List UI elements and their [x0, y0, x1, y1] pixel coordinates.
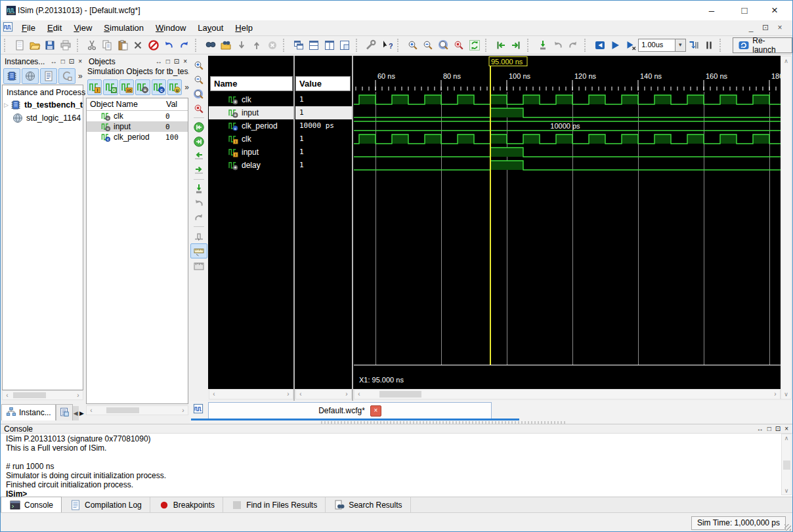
- tile-horizontal-button[interactable]: [306, 37, 321, 53]
- snap-to-transition-button[interactable]: [191, 229, 207, 243]
- console-vscrollbar[interactable]: ∧ ∨: [781, 434, 792, 495]
- float-icon[interactable]: ↔: [755, 425, 765, 432]
- goto-next-button[interactable]: [509, 37, 524, 53]
- tab-default-wcfg[interactable]: Default.wcfg* ×: [208, 402, 492, 419]
- name-value-splitter[interactable]: [293, 56, 295, 401]
- previous-marker-button[interactable]: [191, 196, 207, 210]
- object-row-clk_period[interactable]: cclk_period100: [87, 132, 188, 142]
- add-marker-button[interactable]: [191, 182, 207, 195]
- goto-time-zero-button[interactable]: [191, 120, 207, 134]
- maximize-panel-icon[interactable]: □: [164, 58, 172, 65]
- wave-signal-row-delay[interactable]: +delay: [209, 159, 293, 172]
- wave-hscrollbar[interactable]: ‹›: [354, 389, 781, 399]
- objects-table[interactable]: Object Name Val +clk0+input0cclk_period1…: [86, 98, 188, 404]
- copy-button[interactable]: [100, 37, 115, 53]
- zoom-in-button[interactable]: [191, 58, 207, 72]
- mdi-restore-button[interactable]: ⊡: [758, 22, 773, 35]
- measure-ruler-button[interactable]: [191, 259, 207, 273]
- restart-button[interactable]: [592, 37, 607, 53]
- port-inout-filter-button[interactable]: I/O: [119, 79, 134, 95]
- wave-signal-value-clk_period[interactable]: 10000 ps: [295, 119, 352, 133]
- instances-hscrollbar[interactable]: ‹›: [2, 390, 83, 400]
- open-file-button[interactable]: [27, 37, 42, 53]
- wave-signal-row-clk[interactable]: +clk: [209, 93, 293, 106]
- new-file-button[interactable]: [12, 37, 27, 53]
- instance-item-tb_testbench_t[interactable]: ▷tb_testbench_t: [3, 98, 83, 112]
- save-button[interactable]: [43, 37, 58, 53]
- clear-find-button[interactable]: [265, 37, 280, 53]
- prev-transition-button[interactable]: [191, 149, 207, 163]
- value-hscrollbar[interactable]: ‹›: [295, 389, 352, 399]
- wave-signal-row-clk[interactable]: Iclk: [209, 133, 293, 146]
- find-button[interactable]: [203, 37, 218, 53]
- run-time-input[interactable]: 1.00us: [638, 39, 675, 52]
- instances-panel-header[interactable]: Instances... ↔ □ ⊡ ×: [1, 56, 84, 67]
- objects-hscrollbar[interactable]: ‹›: [86, 405, 188, 415]
- console-output[interactable]: ISim P.20131013 (signature 0x77081090)Th…: [1, 433, 793, 497]
- menu-window[interactable]: Window: [150, 21, 192, 35]
- menu-help[interactable]: Help: [229, 21, 259, 35]
- wave-signal-row-input[interactable]: Iinput: [209, 146, 293, 159]
- maximize-panel-icon[interactable]: □: [765, 425, 773, 432]
- arrange-windows-button[interactable]: [337, 37, 352, 53]
- bottom-tab-search-results[interactable]: Search Results: [326, 497, 410, 512]
- name-hscrollbar[interactable]: ‹›: [209, 389, 293, 399]
- minimize-button[interactable]: –: [697, 1, 727, 20]
- redo-button[interactable]: [177, 37, 192, 53]
- objects-panel-header[interactable]: Objects ↔ □ ⊡ ×: [85, 56, 189, 67]
- menu-view[interactable]: View: [68, 21, 98, 35]
- cascade-windows-button[interactable]: [291, 37, 306, 53]
- expander-icon[interactable]: ▷: [3, 102, 10, 108]
- tile-vertical-button[interactable]: [322, 37, 337, 53]
- console-panel-header[interactable]: Console ↔ □ ⊡ ×: [1, 424, 793, 433]
- close-panel-icon[interactable]: ×: [782, 425, 793, 432]
- port-input-filter-button[interactable]: I: [87, 79, 102, 95]
- float-icon[interactable]: ↔: [49, 58, 59, 65]
- bottom-tab-find-in-files-results[interactable]: Find in Files Results: [223, 497, 326, 512]
- zoom-cursor-button[interactable]: [452, 37, 467, 53]
- next-transition-button[interactable]: [191, 163, 207, 177]
- delete-button[interactable]: [131, 37, 146, 53]
- objects-col-name[interactable]: Object Name: [87, 98, 166, 110]
- wave-name-header[interactable]: Name: [210, 76, 293, 91]
- resize-grip[interactable]: [784, 524, 791, 531]
- tab-scroll-left[interactable]: ◀: [73, 406, 79, 420]
- bottom-tab-breakpoints[interactable]: Breakpoints: [150, 497, 223, 512]
- zoom-out-button[interactable]: [421, 37, 436, 53]
- object-row-clk[interactable]: +clk0: [87, 111, 188, 121]
- tab-memory[interactable]: [56, 404, 73, 420]
- signal-internal-filter-button[interactable]: +: [135, 79, 150, 95]
- maximize-panel-icon[interactable]: □: [59, 58, 67, 65]
- port-output-filter-button[interactable]: O: [103, 79, 118, 95]
- reload-button[interactable]: [467, 37, 482, 53]
- restore-panel-icon[interactable]: ⊡: [67, 58, 76, 65]
- restore-panel-icon[interactable]: ⊡: [172, 58, 181, 65]
- close-panel-icon[interactable]: ×: [181, 58, 189, 65]
- maximize-button[interactable]: □: [729, 1, 760, 20]
- previous-marker-button[interactable]: [550, 37, 565, 53]
- instances-tree[interactable]: Instance and Process ▷tb_testbench_tstd_…: [2, 85, 83, 390]
- toolbar-overflow-icon[interactable]: »: [184, 83, 189, 92]
- no-entry-button[interactable]: [146, 37, 161, 53]
- paste-button[interactable]: [115, 37, 130, 53]
- waveform-document-icon[interactable]: [3, 22, 13, 34]
- print-button[interactable]: [58, 37, 73, 53]
- menu-layout[interactable]: Layout: [192, 21, 229, 35]
- zoom-cursor-button[interactable]: [191, 102, 207, 115]
- wave-signal-value-delay[interactable]: 1: [295, 159, 352, 172]
- goto-previous-button[interactable]: [493, 37, 508, 53]
- restore-panel-icon[interactable]: ⊡: [773, 425, 782, 432]
- find-next-button[interactable]: [234, 37, 249, 53]
- float-icon[interactable]: ↔: [154, 58, 164, 65]
- undo-button[interactable]: [161, 37, 176, 53]
- step-button[interactable]: [686, 37, 701, 53]
- bottom-tab-compilation-log[interactable]: Compilation Log: [62, 497, 150, 512]
- waveform-canvas[interactable]: 60 ns80 ns100 ns120 ns140 ns160 ns180100…: [354, 56, 781, 389]
- chip-toggle-button[interactable]: [3, 68, 20, 84]
- close-panel-icon[interactable]: ×: [76, 58, 84, 65]
- menu-simulation[interactable]: Simulation: [98, 21, 150, 35]
- zoom-in-button[interactable]: [405, 37, 420, 53]
- find-in-files-button[interactable]: [219, 37, 234, 53]
- instance-item-std_logic_1164[interactable]: std_logic_1164: [3, 112, 83, 125]
- relaunch-button[interactable]: Re-launch: [733, 37, 792, 53]
